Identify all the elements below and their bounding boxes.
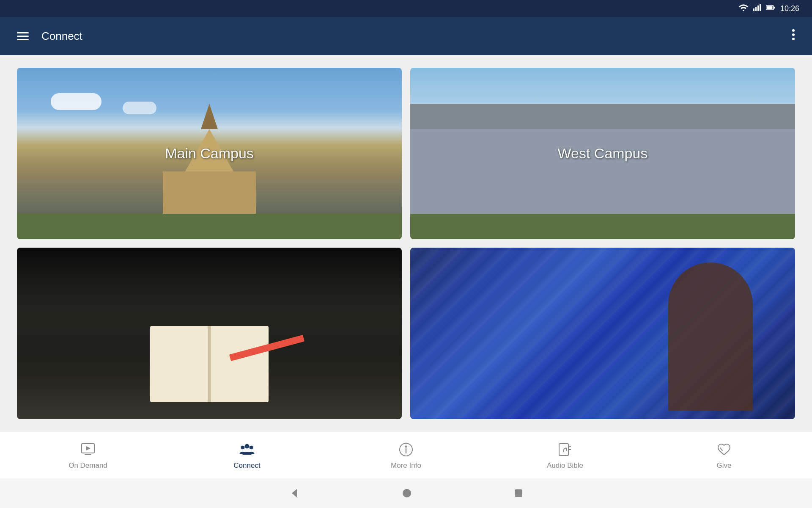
app-title: Connect: [41, 30, 787, 43]
svg-point-14: [245, 444, 249, 448]
svg-point-19: [406, 446, 407, 447]
give-icon: [716, 441, 732, 458]
svg-point-16: [250, 446, 253, 449]
svg-rect-7: [774, 7, 775, 9]
connect-label: Connect: [233, 461, 260, 470]
nav-connect[interactable]: Connect: [167, 437, 326, 474]
nav-give[interactable]: Give: [645, 437, 804, 474]
signal-icon: [753, 4, 761, 13]
svg-point-9: [792, 33, 795, 36]
svg-rect-2: [755, 7, 757, 11]
back-button[interactable]: [288, 487, 300, 499]
svg-rect-3: [757, 6, 759, 11]
svg-point-15: [241, 446, 244, 449]
svg-marker-12: [86, 446, 91, 450]
connect-icon: [239, 441, 255, 458]
svg-rect-4: [760, 4, 761, 11]
worship-label: [410, 248, 795, 419]
nav-audio-bible[interactable]: Audio Bible: [486, 437, 645, 474]
status-bar: 10:26: [0, 0, 812, 17]
home-button[interactable]: [402, 488, 412, 498]
svg-point-27: [403, 489, 411, 497]
main-campus-label: Main Campus: [17, 68, 402, 239]
battery-icon: [766, 5, 775, 12]
on-demand-label: On Demand: [69, 461, 107, 470]
nav-more-info[interactable]: More Info: [326, 437, 486, 474]
svg-point-8: [792, 29, 795, 32]
svg-rect-28: [515, 489, 522, 497]
app-bar: Connect: [0, 17, 812, 55]
svg-point-0: [743, 10, 744, 11]
svg-rect-1: [753, 8, 754, 11]
west-campus-label: West Campus: [410, 68, 795, 239]
system-nav: [0, 478, 812, 508]
svg-point-10: [792, 38, 795, 40]
wifi-icon: [739, 4, 748, 13]
study-label: [17, 248, 402, 419]
main-campus-card[interactable]: Main Campus: [17, 68, 402, 239]
bottom-nav: On Demand Connect More Info: [0, 432, 812, 478]
main-content: Main Campus West Campus: [0, 55, 812, 432]
recent-button[interactable]: [513, 488, 524, 498]
nav-on-demand[interactable]: On Demand: [8, 437, 167, 474]
audio-bible-icon: [557, 441, 573, 458]
west-campus-card[interactable]: West Campus: [410, 68, 795, 239]
svg-marker-26: [292, 489, 297, 497]
more-info-icon: [398, 441, 414, 458]
study-card[interactable]: [17, 248, 402, 419]
audio-bible-label: Audio Bible: [547, 461, 583, 470]
more-info-label: More Info: [391, 461, 421, 470]
on-demand-icon: [80, 441, 96, 458]
more-options-button[interactable]: [787, 24, 799, 49]
give-label: Give: [717, 461, 732, 470]
worship-card[interactable]: [410, 248, 795, 419]
time: 10:26: [780, 4, 799, 13]
menu-button[interactable]: [13, 28, 33, 44]
svg-rect-6: [766, 6, 772, 9]
